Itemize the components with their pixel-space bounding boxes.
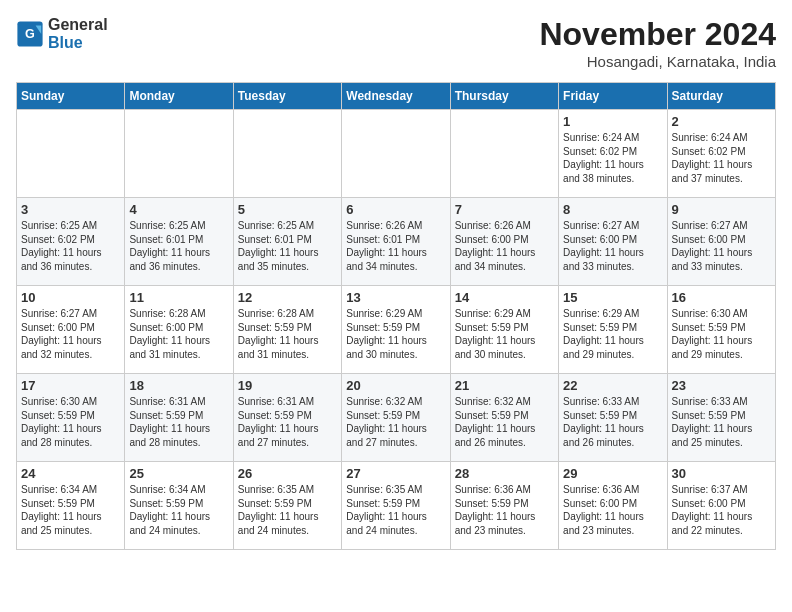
day-number: 23 bbox=[672, 378, 771, 393]
day-number: 25 bbox=[129, 466, 228, 481]
day-info: Sunrise: 6:32 AM Sunset: 5:59 PM Dayligh… bbox=[455, 395, 554, 449]
day-info: Sunrise: 6:27 AM Sunset: 6:00 PM Dayligh… bbox=[563, 219, 662, 273]
day-number: 2 bbox=[672, 114, 771, 129]
day-number: 15 bbox=[563, 290, 662, 305]
day-cell-23: 23Sunrise: 6:33 AM Sunset: 5:59 PM Dayli… bbox=[667, 374, 775, 462]
day-info: Sunrise: 6:36 AM Sunset: 5:59 PM Dayligh… bbox=[455, 483, 554, 537]
day-cell-28: 28Sunrise: 6:36 AM Sunset: 5:59 PM Dayli… bbox=[450, 462, 558, 550]
day-info: Sunrise: 6:32 AM Sunset: 5:59 PM Dayligh… bbox=[346, 395, 445, 449]
day-info: Sunrise: 6:26 AM Sunset: 6:01 PM Dayligh… bbox=[346, 219, 445, 273]
day-number: 18 bbox=[129, 378, 228, 393]
day-cell-14: 14Sunrise: 6:29 AM Sunset: 5:59 PM Dayli… bbox=[450, 286, 558, 374]
day-number: 11 bbox=[129, 290, 228, 305]
day-cell-15: 15Sunrise: 6:29 AM Sunset: 5:59 PM Dayli… bbox=[559, 286, 667, 374]
day-info: Sunrise: 6:26 AM Sunset: 6:00 PM Dayligh… bbox=[455, 219, 554, 273]
day-cell-9: 9Sunrise: 6:27 AM Sunset: 6:00 PM Daylig… bbox=[667, 198, 775, 286]
day-info: Sunrise: 6:27 AM Sunset: 6:00 PM Dayligh… bbox=[672, 219, 771, 273]
day-info: Sunrise: 6:33 AM Sunset: 5:59 PM Dayligh… bbox=[563, 395, 662, 449]
day-cell-4: 4Sunrise: 6:25 AM Sunset: 6:01 PM Daylig… bbox=[125, 198, 233, 286]
day-number: 19 bbox=[238, 378, 337, 393]
day-cell-21: 21Sunrise: 6:32 AM Sunset: 5:59 PM Dayli… bbox=[450, 374, 558, 462]
day-cell-16: 16Sunrise: 6:30 AM Sunset: 5:59 PM Dayli… bbox=[667, 286, 775, 374]
day-cell-13: 13Sunrise: 6:29 AM Sunset: 5:59 PM Dayli… bbox=[342, 286, 450, 374]
empty-cell bbox=[342, 110, 450, 198]
day-number: 16 bbox=[672, 290, 771, 305]
day-info: Sunrise: 6:30 AM Sunset: 5:59 PM Dayligh… bbox=[672, 307, 771, 361]
day-number: 6 bbox=[346, 202, 445, 217]
day-number: 7 bbox=[455, 202, 554, 217]
day-cell-22: 22Sunrise: 6:33 AM Sunset: 5:59 PM Dayli… bbox=[559, 374, 667, 462]
day-number: 17 bbox=[21, 378, 120, 393]
day-number: 13 bbox=[346, 290, 445, 305]
day-number: 14 bbox=[455, 290, 554, 305]
header-thursday: Thursday bbox=[450, 83, 558, 110]
header-saturday: Saturday bbox=[667, 83, 775, 110]
week-row: 17Sunrise: 6:30 AM Sunset: 5:59 PM Dayli… bbox=[17, 374, 776, 462]
day-info: Sunrise: 6:35 AM Sunset: 5:59 PM Dayligh… bbox=[346, 483, 445, 537]
day-cell-7: 7Sunrise: 6:26 AM Sunset: 6:00 PM Daylig… bbox=[450, 198, 558, 286]
day-number: 5 bbox=[238, 202, 337, 217]
day-cell-20: 20Sunrise: 6:32 AM Sunset: 5:59 PM Dayli… bbox=[342, 374, 450, 462]
day-info: Sunrise: 6:24 AM Sunset: 6:02 PM Dayligh… bbox=[672, 131, 771, 185]
week-row: 10Sunrise: 6:27 AM Sunset: 6:00 PM Dayli… bbox=[17, 286, 776, 374]
month-title: November 2024 bbox=[539, 16, 776, 53]
day-number: 20 bbox=[346, 378, 445, 393]
day-info: Sunrise: 6:29 AM Sunset: 5:59 PM Dayligh… bbox=[455, 307, 554, 361]
logo-text: General Blue bbox=[48, 16, 108, 51]
day-info: Sunrise: 6:37 AM Sunset: 6:00 PM Dayligh… bbox=[672, 483, 771, 537]
day-info: Sunrise: 6:27 AM Sunset: 6:00 PM Dayligh… bbox=[21, 307, 120, 361]
day-number: 8 bbox=[563, 202, 662, 217]
day-cell-5: 5Sunrise: 6:25 AM Sunset: 6:01 PM Daylig… bbox=[233, 198, 341, 286]
day-info: Sunrise: 6:25 AM Sunset: 6:01 PM Dayligh… bbox=[129, 219, 228, 273]
logo: G General Blue bbox=[16, 16, 108, 51]
header-friday: Friday bbox=[559, 83, 667, 110]
day-cell-1: 1Sunrise: 6:24 AM Sunset: 6:02 PM Daylig… bbox=[559, 110, 667, 198]
day-cell-3: 3Sunrise: 6:25 AM Sunset: 6:02 PM Daylig… bbox=[17, 198, 125, 286]
week-row: 24Sunrise: 6:34 AM Sunset: 5:59 PM Dayli… bbox=[17, 462, 776, 550]
day-number: 29 bbox=[563, 466, 662, 481]
day-number: 22 bbox=[563, 378, 662, 393]
day-cell-10: 10Sunrise: 6:27 AM Sunset: 6:00 PM Dayli… bbox=[17, 286, 125, 374]
day-cell-17: 17Sunrise: 6:30 AM Sunset: 5:59 PM Dayli… bbox=[17, 374, 125, 462]
logo-icon: G bbox=[16, 20, 44, 48]
day-number: 10 bbox=[21, 290, 120, 305]
empty-cell bbox=[450, 110, 558, 198]
location: Hosangadi, Karnataka, India bbox=[539, 53, 776, 70]
day-number: 26 bbox=[238, 466, 337, 481]
day-cell-29: 29Sunrise: 6:36 AM Sunset: 6:00 PM Dayli… bbox=[559, 462, 667, 550]
day-info: Sunrise: 6:28 AM Sunset: 5:59 PM Dayligh… bbox=[238, 307, 337, 361]
empty-cell bbox=[17, 110, 125, 198]
day-number: 12 bbox=[238, 290, 337, 305]
day-number: 4 bbox=[129, 202, 228, 217]
day-number: 1 bbox=[563, 114, 662, 129]
day-cell-18: 18Sunrise: 6:31 AM Sunset: 5:59 PM Dayli… bbox=[125, 374, 233, 462]
day-number: 9 bbox=[672, 202, 771, 217]
calendar-body: 1Sunrise: 6:24 AM Sunset: 6:02 PM Daylig… bbox=[17, 110, 776, 550]
day-info: Sunrise: 6:35 AM Sunset: 5:59 PM Dayligh… bbox=[238, 483, 337, 537]
day-info: Sunrise: 6:24 AM Sunset: 6:02 PM Dayligh… bbox=[563, 131, 662, 185]
day-number: 24 bbox=[21, 466, 120, 481]
day-cell-12: 12Sunrise: 6:28 AM Sunset: 5:59 PM Dayli… bbox=[233, 286, 341, 374]
calendar-table: SundayMondayTuesdayWednesdayThursdayFrid… bbox=[16, 82, 776, 550]
day-info: Sunrise: 6:30 AM Sunset: 5:59 PM Dayligh… bbox=[21, 395, 120, 449]
day-info: Sunrise: 6:34 AM Sunset: 5:59 PM Dayligh… bbox=[21, 483, 120, 537]
day-number: 21 bbox=[455, 378, 554, 393]
day-info: Sunrise: 6:33 AM Sunset: 5:59 PM Dayligh… bbox=[672, 395, 771, 449]
header-sunday: Sunday bbox=[17, 83, 125, 110]
week-row: 1Sunrise: 6:24 AM Sunset: 6:02 PM Daylig… bbox=[17, 110, 776, 198]
day-info: Sunrise: 6:29 AM Sunset: 5:59 PM Dayligh… bbox=[346, 307, 445, 361]
day-info: Sunrise: 6:36 AM Sunset: 6:00 PM Dayligh… bbox=[563, 483, 662, 537]
day-cell-11: 11Sunrise: 6:28 AM Sunset: 6:00 PM Dayli… bbox=[125, 286, 233, 374]
day-cell-6: 6Sunrise: 6:26 AM Sunset: 6:01 PM Daylig… bbox=[342, 198, 450, 286]
day-info: Sunrise: 6:28 AM Sunset: 6:00 PM Dayligh… bbox=[129, 307, 228, 361]
empty-cell bbox=[125, 110, 233, 198]
day-cell-26: 26Sunrise: 6:35 AM Sunset: 5:59 PM Dayli… bbox=[233, 462, 341, 550]
day-cell-19: 19Sunrise: 6:31 AM Sunset: 5:59 PM Dayli… bbox=[233, 374, 341, 462]
header-monday: Monday bbox=[125, 83, 233, 110]
day-cell-25: 25Sunrise: 6:34 AM Sunset: 5:59 PM Dayli… bbox=[125, 462, 233, 550]
week-row: 3Sunrise: 6:25 AM Sunset: 6:02 PM Daylig… bbox=[17, 198, 776, 286]
page-header: G General Blue November 2024 Hosangadi, … bbox=[16, 16, 776, 70]
day-cell-27: 27Sunrise: 6:35 AM Sunset: 5:59 PM Dayli… bbox=[342, 462, 450, 550]
day-cell-24: 24Sunrise: 6:34 AM Sunset: 5:59 PM Dayli… bbox=[17, 462, 125, 550]
empty-cell bbox=[233, 110, 341, 198]
